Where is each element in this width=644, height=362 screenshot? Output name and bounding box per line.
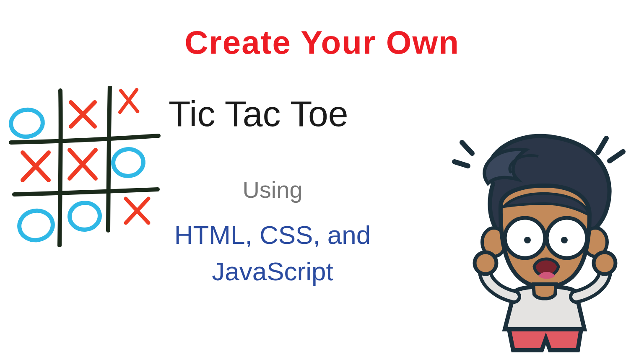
svg-point-11 [594,252,615,274]
tech-line-2: JavaScript [212,257,333,286]
svg-point-3 [68,201,101,231]
svg-point-7 [524,237,531,243]
svg-point-0 [9,108,44,139]
excited-boy-icon [450,133,635,355]
subtitle: Tic Tac Toe [169,93,348,134]
svg-point-1 [112,147,145,177]
svg-point-9 [561,237,568,243]
svg-point-10 [475,252,496,274]
svg-point-2 [17,208,55,243]
page-title: Create Your Own [0,23,644,62]
tictactoe-board-icon [2,86,165,247]
tech-line-1: HTML, CSS, and [174,220,371,249]
